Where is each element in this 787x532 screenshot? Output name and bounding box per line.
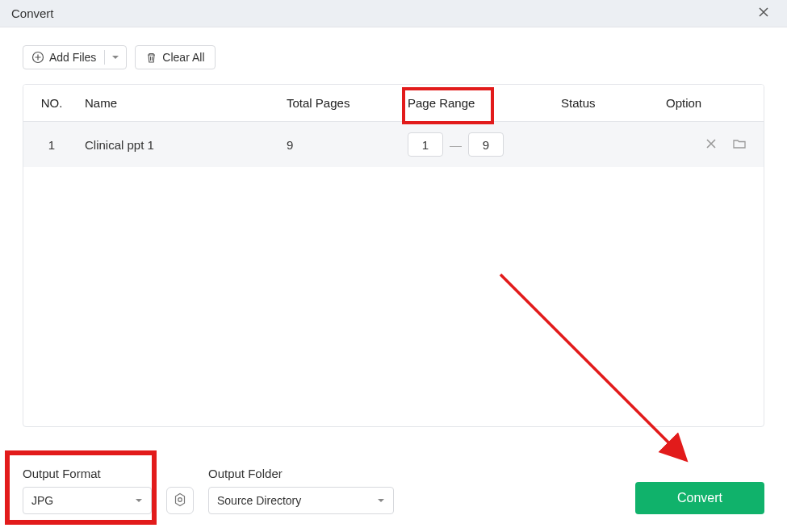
trash-icon bbox=[145, 52, 157, 64]
col-page-range: Page Range bbox=[403, 96, 556, 110]
output-format-select[interactable]: JPG bbox=[23, 487, 152, 514]
output-folder-group: Output Folder Source Directory bbox=[208, 467, 394, 514]
add-files-button[interactable]: Add Files bbox=[23, 45, 127, 69]
convert-button[interactable]: Convert bbox=[635, 482, 764, 514]
row-total-pages: 9 bbox=[282, 138, 403, 152]
range-dash: — bbox=[450, 138, 462, 152]
window-title: Convert bbox=[11, 6, 54, 20]
caret-down-icon bbox=[377, 496, 385, 505]
output-folder-value: Source Directory bbox=[217, 494, 301, 507]
close-button[interactable] bbox=[751, 2, 776, 25]
col-option: Option bbox=[661, 96, 758, 110]
row-name: Clinical ppt 1 bbox=[80, 138, 282, 152]
folder-icon bbox=[732, 137, 747, 153]
table-header: NO. Name Total Pages Page Range Status O… bbox=[23, 85, 764, 122]
add-files-dropdown-toggle[interactable] bbox=[104, 50, 126, 65]
table-row: 1 Clinical ppt 1 9 — bbox=[23, 122, 764, 167]
file-table: NO. Name Total Pages Page Range Status O… bbox=[23, 84, 764, 427]
output-format-label: Output Format bbox=[23, 467, 152, 480]
open-folder-button[interactable] bbox=[732, 137, 747, 153]
output-format-value: JPG bbox=[31, 494, 53, 507]
x-icon bbox=[705, 137, 718, 153]
row-option bbox=[661, 137, 758, 153]
col-name: Name bbox=[80, 96, 282, 110]
format-settings-button[interactable] bbox=[166, 487, 194, 514]
svg-point-2 bbox=[178, 497, 182, 501]
row-page-range: — bbox=[403, 132, 556, 157]
titlebar: Convert bbox=[0, 0, 787, 27]
add-files-label: Add Files bbox=[49, 51, 96, 64]
page-range-from-input[interactable] bbox=[408, 132, 443, 157]
col-no: NO. bbox=[23, 96, 80, 110]
caret-down-icon bbox=[111, 53, 119, 61]
output-folder-label: Output Folder bbox=[208, 467, 394, 480]
toolbar: Add Files Clear All bbox=[0, 27, 787, 84]
plus-circle-icon bbox=[31, 51, 44, 64]
clear-all-label: Clear All bbox=[162, 51, 204, 64]
clear-all-button[interactable]: Clear All bbox=[135, 45, 215, 69]
output-format-group: Output Format JPG bbox=[23, 467, 152, 514]
col-status: Status bbox=[556, 96, 661, 110]
svg-marker-1 bbox=[176, 493, 185, 505]
convert-button-label: Convert bbox=[677, 491, 722, 505]
page-range-to-input[interactable] bbox=[468, 132, 504, 157]
gear-icon bbox=[173, 492, 187, 509]
footer: Output Format JPG Output Folder Source D… bbox=[0, 454, 787, 532]
close-icon bbox=[758, 6, 769, 18]
output-folder-select[interactable]: Source Directory bbox=[208, 487, 394, 514]
row-no: 1 bbox=[23, 138, 80, 152]
caret-down-icon bbox=[135, 496, 143, 505]
col-total-pages: Total Pages bbox=[282, 96, 403, 110]
remove-row-button[interactable] bbox=[705, 137, 718, 153]
